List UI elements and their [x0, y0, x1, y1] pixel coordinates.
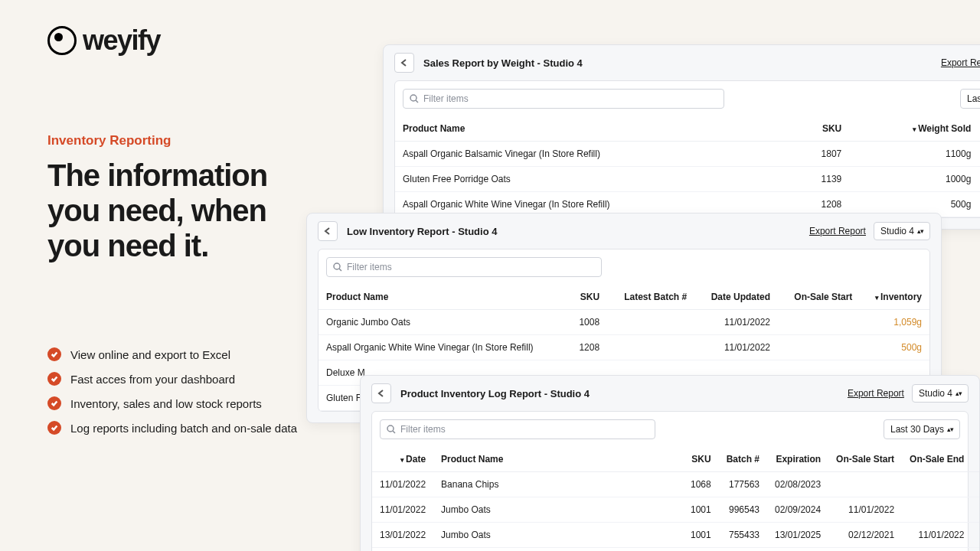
col-expiration[interactable]: Expiration — [767, 447, 828, 472]
export-report-link[interactable]: Export Report — [848, 388, 904, 399]
feature-item: View online and export to Excel — [47, 347, 323, 361]
table-row[interactable]: 17/12/2021Aspall Organic Balsamic Vinega… — [372, 548, 980, 552]
studio-select[interactable]: Studio 4 ▴▾ — [912, 384, 969, 403]
back-button[interactable] — [394, 53, 414, 73]
svg-point-0 — [410, 95, 416, 101]
filter-input[interactable]: Filter items — [326, 257, 602, 277]
col-sku[interactable]: SKU — [683, 447, 719, 472]
sort-desc-icon: ▾ — [400, 456, 404, 464]
filter-placeholder: Filter items — [423, 93, 469, 104]
headline-text: The information you need, when you need … — [47, 158, 323, 263]
table-row[interactable]: 13/01/2022Jumbo Oats100175543313/01/2025… — [372, 523, 980, 548]
sort-desc-icon: ▾ — [875, 294, 879, 302]
col-updated[interactable]: Date Updated — [694, 285, 778, 310]
sales-table: Product Name SKU ▾Weight Sold Reve Aspal… — [395, 116, 980, 217]
sales-report-window: Sales Report by Weight - Studio 4 Export… — [383, 44, 980, 230]
page-title: Low Inventory Report - Studio 4 — [347, 226, 497, 237]
col-batch[interactable]: Batch # — [719, 447, 767, 472]
search-icon — [410, 94, 419, 103]
page-title: Product Inventory Log Report - Studio 4 — [400, 388, 590, 399]
col-sku[interactable]: SKU — [786, 116, 849, 142]
col-sku[interactable]: SKU — [567, 285, 607, 310]
sort-desc-icon: ▾ — [913, 126, 916, 133]
col-product[interactable]: Product Name — [318, 285, 567, 310]
table-row[interactable]: 11/01/2022Banana Chips106817756302/08/20… — [372, 472, 980, 497]
col-onsale-end[interactable]: On-Sale End — [902, 447, 972, 472]
chevron-updown-icon: ▴▾ — [917, 227, 923, 235]
svg-point-2 — [334, 263, 340, 269]
inventory-log-window: Product Inventory Log Report - Studio 4 … — [360, 375, 980, 551]
table-row[interactable]: Aspall Organic White Wine Vinegar (In St… — [318, 335, 929, 360]
svg-line-3 — [339, 269, 341, 271]
table-row[interactable]: Gluten Free Porridge Oats11391000g — [395, 167, 980, 192]
col-weight-sold[interactable]: ▾Weight Sold — [849, 116, 978, 142]
brand-logo: weyify — [47, 24, 323, 57]
feature-label: Log reports including batch and on-sale … — [70, 422, 297, 435]
export-report-link[interactable]: Export Report — [941, 57, 980, 68]
check-icon — [47, 421, 61, 435]
export-report-link[interactable]: Export Report — [809, 226, 866, 236]
filter-placeholder: Filter items — [347, 262, 392, 272]
brand-logomark-icon — [47, 26, 77, 55]
date-range-select[interactable]: Last 30 Days ▴▾ — [884, 419, 960, 439]
check-icon — [47, 347, 61, 361]
col-product[interactable]: Product Name — [433, 447, 683, 472]
filter-input[interactable]: Filter items — [380, 419, 655, 439]
col-onsale[interactable]: On-Sale Start — [778, 285, 860, 310]
date-range-select[interactable]: Last 30 Days ▴▾ — [960, 89, 980, 109]
svg-point-4 — [387, 425, 394, 432]
col-batch[interactable]: Latest Batch # — [607, 285, 694, 310]
feature-label: Inventory, sales and low stock reports — [70, 397, 262, 410]
filter-placeholder: Filter items — [400, 424, 446, 435]
search-icon — [333, 262, 342, 272]
inventory-log-table: ▾Date Product Name SKU Batch # Expiratio… — [372, 447, 980, 551]
back-button[interactable] — [371, 383, 391, 403]
col-inventory[interactable]: ▾Inventory — [860, 285, 929, 310]
table-row[interactable]: Aspall Organic Balsamic Vinegar (In Stor… — [395, 142, 980, 167]
chevron-updown-icon: ▴▾ — [956, 390, 962, 397]
table-row[interactable]: Organic Jumbo Oats100811/01/20221,059g — [318, 310, 929, 335]
feature-label: Fast acces from your dashboard — [70, 373, 235, 386]
check-icon — [47, 372, 61, 386]
col-product[interactable]: Product Name — [395, 116, 786, 142]
page-title: Sales Report by Weight - Studio 4 — [423, 57, 583, 69]
feature-label: View online and export to Excel — [70, 348, 230, 361]
col-date[interactable]: ▾Date — [372, 447, 433, 472]
col-weight[interactable]: Weight — [972, 447, 980, 472]
back-button[interactable] — [318, 221, 338, 241]
filter-input[interactable]: Filter items — [403, 89, 724, 109]
svg-line-5 — [393, 431, 395, 433]
feature-list: View online and export to Excel Fast acc… — [47, 347, 323, 435]
col-onsale-start[interactable]: On-Sale Start — [828, 447, 902, 472]
brand-name: weyify — [83, 24, 160, 57]
feature-item: Fast acces from your dashboard — [47, 372, 323, 386]
svg-line-1 — [416, 100, 418, 103]
table-row[interactable]: 11/01/2022Jumbo Oats100199654302/09/2024… — [372, 497, 980, 523]
eyebrow-text: Inventory Reporting — [47, 133, 323, 148]
search-icon — [387, 425, 396, 434]
studio-select[interactable]: Studio 4 ▴▾ — [874, 222, 930, 240]
chevron-updown-icon: ▴▾ — [947, 425, 953, 433]
check-icon — [47, 396, 61, 410]
feature-item: Inventory, sales and low stock reports — [47, 396, 323, 410]
feature-item: Log reports including batch and on-sale … — [47, 421, 323, 435]
